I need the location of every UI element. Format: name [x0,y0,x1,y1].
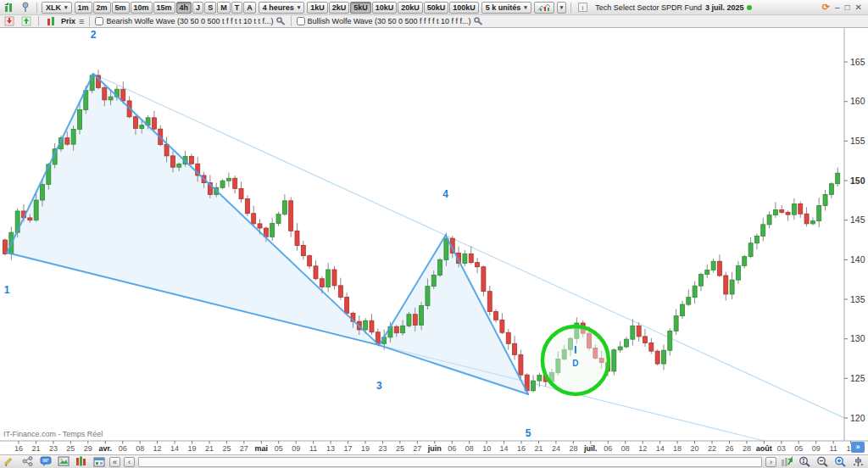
green-arrow-icon[interactable] [19,15,33,27]
svg-text:12: 12 [153,444,162,453]
target-circle-marker: D [542,326,609,394]
zoom-slider-icon[interactable] [851,456,865,468]
chat-icon[interactable] [38,456,53,468]
timeframe-button-2m[interactable]: 2m [93,2,111,14]
chart-canvas[interactable]: D123451701651601551501451401351301251201… [0,0,868,468]
scroll-left-button[interactable]: ‹ [124,457,135,467]
timeframe-button-m[interactable]: M [217,2,231,14]
svg-text:14: 14 [656,444,665,453]
svg-text:11: 11 [309,444,317,453]
svg-text:17: 17 [344,444,353,453]
share-icon[interactable] [20,456,35,468]
timeframe-select[interactable]: 4 heures ▾ [259,2,305,14]
chart-title: Tech Select Sector SPDR Fund 3 juil. 202… [595,3,752,12]
info-icon[interactable]: i [576,2,589,14]
unit-value: 5 k unités [486,3,521,12]
zoom-out-icon[interactable] [815,456,830,468]
timeframe-button-t[interactable]: T [231,2,243,14]
svg-text:130: 130 [850,333,865,343]
bearish-wolfe-group: Bearish Wolfe Wave (30 50 0 500 t f f t … [95,17,285,25]
svg-text:22: 22 [708,444,716,453]
svg-text:29: 29 [84,444,92,453]
restore-button[interactable]: □ [845,3,850,12]
symbol-value: XLK [46,3,61,12]
svg-text:27: 27 [240,444,248,453]
svg-text:11: 11 [829,444,837,453]
svg-text:13: 13 [326,444,335,453]
unit-button-10ku[interactable]: 10kU [372,2,398,14]
chevron-down-icon: ▾ [524,4,527,11]
svg-text:20: 20 [691,444,699,453]
svg-text:125: 125 [850,373,865,383]
symbol-select[interactable]: XLK ▾ [42,2,72,14]
close-button[interactable]: ✕ [855,3,862,12]
unit-button-2ku[interactable]: 2kU [329,2,350,14]
svg-text:juil.: juil. [583,444,598,453]
svg-text:05: 05 [275,444,283,453]
scroll-fast-left-button[interactable]: « [109,457,120,467]
timeframe-button-5m[interactable]: 5m [112,2,130,14]
chart-style-caret-button[interactable]: ▾ [557,2,567,14]
unit-button-5ku[interactable]: 5kU [350,2,371,14]
price-label: Prix [61,17,75,25]
svg-text:25: 25 [222,444,231,453]
chart-scrollbar[interactable] [138,457,762,467]
svg-text:23: 23 [378,444,387,453]
red-arrow-icon[interactable] [3,15,16,27]
bullish-wolfe-checkbox[interactable] [297,17,305,25]
calendar-icon[interactable] [92,456,106,468]
status-dot [747,5,752,10]
bars-icon[interactable] [74,456,88,468]
zoom-vertical-icon[interactable] [798,456,812,468]
unit-button-1ku[interactable]: 1kU [307,2,328,14]
svg-text:150: 150 [850,176,865,186]
axis-more-button[interactable]: » [851,442,865,453]
svg-text:21: 21 [205,444,214,453]
separator [291,16,292,26]
svg-text:08: 08 [136,444,144,453]
timeframe-button-4h[interactable]: 4h [176,2,192,14]
svg-text:25: 25 [66,444,75,453]
quotes-icon[interactable] [3,2,16,14]
refresh-icon[interactable]: ⟳ [822,2,830,13]
svg-text:27: 27 [413,444,421,453]
draw-icon[interactable] [3,456,17,468]
image-icon[interactable] [56,456,70,468]
timeframe-button-s[interactable]: S [204,2,216,14]
wrench-icon[interactable] [276,17,286,25]
svg-text:avr.: avr. [98,444,112,453]
chart-style-button[interactable] [534,2,554,14]
svg-text:mai: mai [255,444,269,453]
svg-text:09: 09 [292,444,300,453]
svg-text:16: 16 [517,444,526,453]
wrench-icon[interactable] [474,17,483,25]
svg-text:12: 12 [638,444,647,453]
unit-button-20ku[interactable]: 20kU [398,2,423,14]
pin-icon[interactable] [19,2,32,14]
bearish-wolfe-checkbox[interactable] [95,17,103,25]
list-icon[interactable]: ≡ [79,16,84,26]
provider-label: IT-Finance.com - Temps Réel [3,430,103,438]
svg-text:2: 2 [91,29,97,41]
scroll-right-button[interactable]: › [765,457,776,467]
unit-button-50ku[interactable]: 50kU [424,2,449,14]
minimize-button[interactable]: – [835,3,840,12]
svg-text:18: 18 [673,444,682,453]
zoom-in-icon[interactable] [833,456,848,468]
svg-text:21: 21 [534,444,542,453]
timeframe-button-a[interactable]: A [243,2,256,14]
chart-settings-icon[interactable] [780,456,794,468]
timeframe-button-15m[interactable]: 15m [153,2,175,14]
indicator-toolbar: Prix ≡ Bearish Wolfe Wave (30 50 0 500 t… [0,15,868,28]
svg-text:21: 21 [31,444,40,453]
timeframe-button-10m[interactable]: 10m [131,2,153,14]
price-style-icon[interactable] [44,15,58,27]
svg-text:19: 19 [187,444,196,453]
window-controls: ⟳ – □ ✕ [822,2,865,13]
timeframe-button-j[interactable]: J [192,2,203,14]
unit-button-100ku[interactable]: 100kU [449,2,479,14]
timeframe-button-1m[interactable]: 1m [75,2,92,14]
unit-select[interactable]: 5 k unités ▾ [481,2,531,14]
bottom-toolbar: « ‹ › [0,454,868,468]
unit-button-group: 1kU2kU5kU10kU20kU50kU100kU [307,2,479,14]
